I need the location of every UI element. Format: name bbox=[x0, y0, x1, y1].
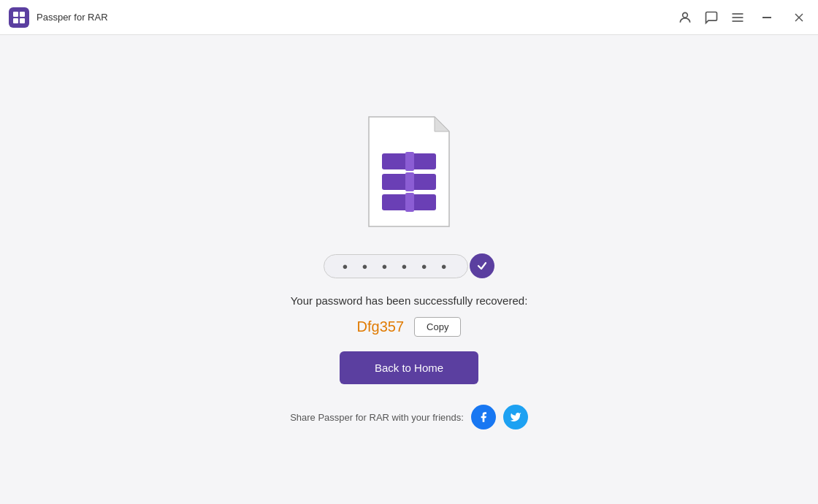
svg-rect-16 bbox=[405, 172, 414, 191]
check-badge bbox=[470, 253, 494, 278]
svg-rect-3 bbox=[20, 18, 25, 23]
account-icon[interactable] bbox=[678, 10, 692, 25]
rar-illustration bbox=[354, 110, 464, 240]
app-title: Passper for RAR bbox=[37, 12, 678, 23]
minimize-button[interactable] bbox=[757, 7, 777, 28]
svg-rect-1 bbox=[20, 12, 25, 17]
success-message: Your password has been successfully reco… bbox=[291, 294, 528, 307]
password-dots-display: ● ● ● ● ● ● bbox=[324, 254, 467, 278]
app-logo bbox=[9, 7, 29, 28]
rar-file-icon bbox=[354, 110, 464, 237]
facebook-share-button[interactable] bbox=[471, 405, 496, 429]
svg-rect-18 bbox=[405, 193, 414, 212]
titlebar: Passper for RAR bbox=[0, 0, 818, 35]
menu-icon[interactable] bbox=[730, 10, 745, 25]
back-to-home-button[interactable]: Back to Home bbox=[340, 351, 478, 384]
svg-rect-0 bbox=[13, 12, 18, 17]
chat-icon[interactable] bbox=[704, 10, 719, 25]
titlebar-actions bbox=[678, 7, 809, 28]
svg-rect-14 bbox=[405, 152, 414, 171]
svg-point-4 bbox=[683, 12, 688, 18]
share-text: Share Passper for RAR with your friends: bbox=[290, 412, 464, 423]
password-reveal-row: Dfg357 Copy bbox=[357, 317, 462, 337]
share-row: Share Passper for RAR with your friends: bbox=[290, 405, 528, 429]
svg-rect-2 bbox=[13, 18, 18, 23]
main-content: ● ● ● ● ● ● Your password has been succe… bbox=[0, 35, 818, 504]
close-button[interactable] bbox=[789, 7, 809, 28]
copy-button[interactable]: Copy bbox=[414, 317, 461, 337]
svg-marker-12 bbox=[435, 117, 449, 131]
twitter-share-button[interactable] bbox=[503, 405, 528, 429]
password-dots-row: ● ● ● ● ● ● bbox=[324, 253, 494, 278]
svg-rect-8 bbox=[762, 17, 771, 18]
recovered-password: Dfg357 bbox=[357, 318, 405, 335]
